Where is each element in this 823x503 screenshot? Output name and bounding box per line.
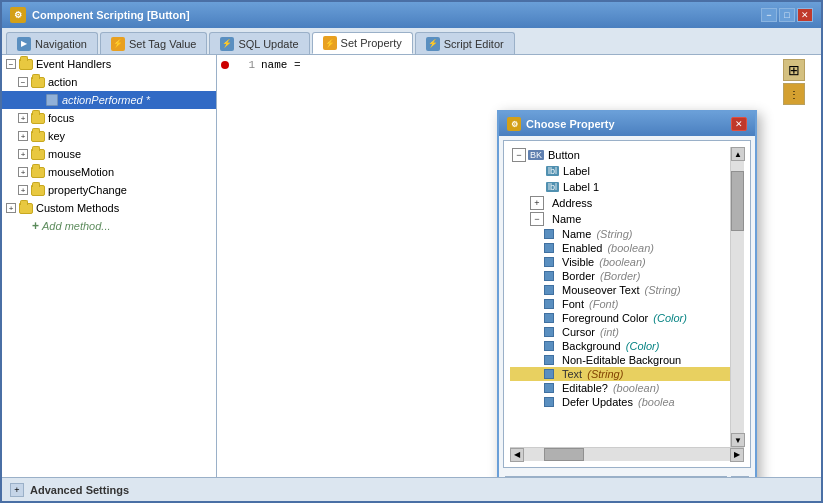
prop-item-cursor[interactable]: Cursor (int)	[510, 325, 730, 339]
prop-item-label[interactable]: lbl Label	[510, 163, 730, 179]
prop-item-defer-updates[interactable]: Defer Updates (boolea	[510, 395, 730, 409]
prop-expander-button[interactable]: −	[512, 148, 526, 162]
prop-item-font[interactable]: Font (Font)	[510, 297, 730, 311]
code-content-1: name =	[261, 59, 301, 71]
folder-icon-mouse	[31, 147, 45, 161]
vscroll-track[interactable]	[731, 161, 744, 433]
prop-item-name-node[interactable]: − Name	[510, 211, 730, 227]
expander-property-change[interactable]: +	[18, 185, 28, 195]
panel-icon-btn-2[interactable]: ⋮	[783, 83, 805, 105]
expander-mouse[interactable]: +	[18, 149, 28, 159]
prop-label-font: Font	[562, 298, 584, 310]
choose-property-modal: ⚙ Choose Property ✕ − BK	[497, 110, 757, 477]
tree-item-mouse-motion[interactable]: + mouseMotion	[2, 163, 216, 181]
expander-action[interactable]: −	[18, 77, 28, 87]
prop-label-border: Border	[562, 270, 595, 282]
hscroll-left-button[interactable]: ◀	[510, 448, 524, 462]
prop-icon-cursor	[544, 327, 554, 337]
prop-item-text-string[interactable]: Text (String)	[510, 367, 730, 381]
prop-type-background: (Color)	[623, 340, 660, 352]
prop-item-non-edit-bg[interactable]: Non-Editable Backgroun	[510, 353, 730, 367]
prop-label-mouseover: Mouseover Text	[562, 284, 639, 296]
prop-label-address: Address	[552, 197, 592, 209]
vscroll-up-button[interactable]: ▲	[731, 147, 745, 161]
expand-settings-button[interactable]: +	[10, 483, 24, 497]
hscroll-right-button[interactable]: ▶	[730, 448, 744, 462]
prop-item-label1[interactable]: lbl Label 1	[510, 179, 730, 195]
property-tree[interactable]: − BK Button lbl Label	[510, 147, 730, 447]
prop-label-text-string: Text	[562, 368, 582, 380]
expander-mouse-motion[interactable]: +	[18, 167, 28, 177]
prop-item-mouseover[interactable]: Mouseover Text (String)	[510, 283, 730, 297]
prop-item-editable[interactable]: Editable? (boolean)	[510, 381, 730, 395]
prop-item-visible[interactable]: Visible (boolean)	[510, 255, 730, 269]
tree-item-key[interactable]: + key	[2, 127, 216, 145]
modal-title-text: Choose Property	[526, 118, 615, 130]
prop-type-cursor: (int)	[597, 326, 619, 338]
tree-item-event-handlers[interactable]: − Event Handlers	[2, 55, 216, 73]
prop-item-button[interactable]: − BK Button	[510, 147, 730, 163]
tree-label-property-change: propertyChange	[48, 184, 127, 196]
tree-item-property-change[interactable]: + propertyChange	[2, 181, 216, 199]
prop-type-visible: (boolean)	[596, 256, 646, 268]
tree-label-focus: focus	[48, 112, 74, 124]
script-editor-tab-label: Script Editor	[444, 38, 504, 50]
prop-label-enabled: Enabled	[562, 242, 602, 254]
folder-icon-mouse-motion	[31, 165, 45, 179]
prop-expander-name-node[interactable]: −	[530, 212, 544, 226]
property-tree-container: − BK Button lbl Label	[510, 147, 744, 447]
tree-item-action-performed[interactable]: actionPerformed *	[2, 91, 216, 109]
tree-item-add-method[interactable]: + Add method...	[2, 217, 216, 235]
modal-title-icon: ⚙	[507, 117, 521, 131]
path-dropdown-button[interactable]: ▼	[731, 476, 749, 477]
prop-icon-enabled	[544, 243, 554, 253]
prop-item-name-string[interactable]: Name (String)	[510, 227, 730, 241]
tree-item-mouse[interactable]: + mouse	[2, 145, 216, 163]
tree-item-action[interactable]: − action	[2, 73, 216, 91]
window-icon: ⚙	[10, 7, 26, 23]
tree-item-focus[interactable]: + focus	[2, 109, 216, 127]
prop-label-name-node: Name	[552, 213, 581, 225]
tab-set-tag-value[interactable]: ⚡ Set Tag Value	[100, 32, 207, 54]
set-property-tab-icon: ⚡	[323, 36, 337, 50]
title-bar-left: ⚙ Component Scripting [Button]	[10, 7, 190, 23]
tab-script-editor[interactable]: ⚡ Script Editor	[415, 32, 515, 54]
prop-item-enabled[interactable]: Enabled (boolean)	[510, 241, 730, 255]
panel-icon-btn-1[interactable]: ⊞	[783, 59, 805, 81]
title-bar: ⚙ Component Scripting [Button] − □ ✕	[2, 2, 821, 28]
prop-label-non-edit-bg: Non-Editable Backgroun	[562, 354, 681, 366]
tree-item-custom-methods[interactable]: + Custom Methods	[2, 199, 216, 217]
modal-body: − BK Button lbl Label	[503, 140, 751, 468]
tab-navigation[interactable]: ▶ Navigation	[6, 32, 98, 54]
maximize-button[interactable]: □	[779, 8, 795, 22]
hscroll-thumb[interactable]	[544, 448, 584, 461]
expander-focus[interactable]: +	[18, 113, 28, 123]
advanced-settings-label: Advanced Settings	[30, 484, 129, 496]
panel-icon-buttons: ⊞ ⋮	[783, 59, 805, 105]
minimize-button[interactable]: −	[761, 8, 777, 22]
expander-custom-methods[interactable]: +	[6, 203, 16, 213]
prop-type-enabled: (boolean)	[604, 242, 654, 254]
property-tree-hscrollbar[interactable]: ◀ ▶	[510, 447, 744, 461]
property-path-input[interactable]	[505, 476, 727, 477]
tab-sql-update[interactable]: ⚡ SQL Update	[209, 32, 309, 54]
vscroll-down-button[interactable]: ▼	[731, 433, 745, 447]
prop-item-background[interactable]: Background (Color)	[510, 339, 730, 353]
modal-close-button[interactable]: ✕	[731, 117, 747, 131]
sql-update-tab-icon: ⚡	[220, 37, 234, 51]
prop-item-fg-color[interactable]: Foreground Color (Color)	[510, 311, 730, 325]
set-tag-value-tab-icon: ⚡	[111, 37, 125, 51]
vscroll-thumb[interactable]	[731, 171, 744, 231]
close-button[interactable]: ✕	[797, 8, 813, 22]
expander-event-handlers[interactable]: −	[6, 59, 16, 69]
prop-type-editable: (boolean)	[610, 382, 660, 394]
tab-set-property[interactable]: ⚡ Set Property	[312, 32, 413, 54]
event-tree-panel: − Event Handlers − action actionPerforme…	[2, 55, 217, 477]
prop-item-border[interactable]: Border (Border)	[510, 269, 730, 283]
expander-key[interactable]: +	[18, 131, 28, 141]
prop-expander-address[interactable]: +	[530, 196, 544, 210]
prop-type-icon-label1: lbl	[546, 182, 559, 192]
hscroll-track[interactable]	[524, 448, 730, 461]
property-tree-vscrollbar[interactable]: ▲ ▼	[730, 147, 744, 447]
prop-item-address[interactable]: + Address	[510, 195, 730, 211]
